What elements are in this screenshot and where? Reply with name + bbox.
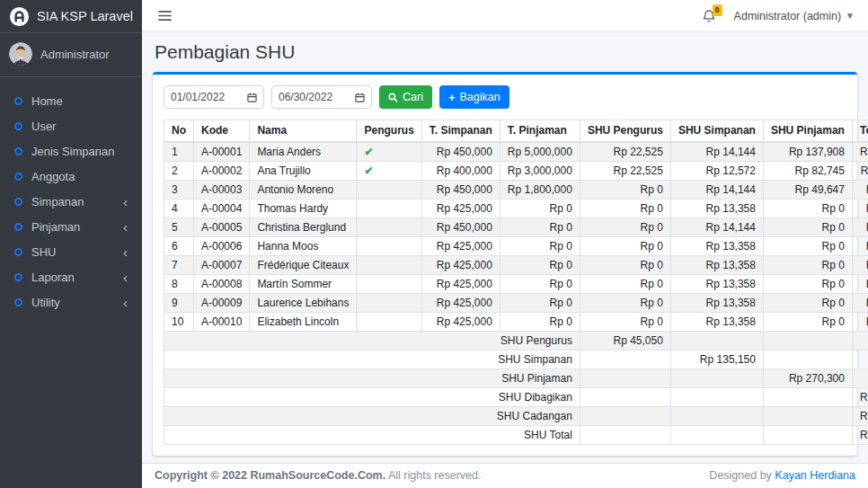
search-icon: [388, 93, 398, 102]
sidebar-item-label: Utility: [31, 296, 60, 309]
shu-simpanan-cell: Rp 14,144: [670, 142, 763, 162]
brand-link[interactable]: SIA KSP Laravel: [0, 0, 142, 33]
nama-cell: Frédérique Citeaux: [250, 256, 357, 275]
col-header-kode: Kode: [194, 120, 250, 143]
shu-simpanan-cell: Rp 12,572: [670, 162, 763, 181]
table-row: 8A-00008Martín SommerRp 425,000Rp 0Rp 0R…: [164, 275, 868, 294]
navbar-right: 0 Administrator (admin) ▼: [702, 9, 855, 23]
total-cell: Rp 13,358: [852, 294, 868, 313]
sidebar-item-utility[interactable]: Utility‹: [7, 291, 135, 314]
t-pinjaman-cell: Rp 5,000,000: [500, 142, 580, 162]
t-simpanan-cell: Rp 450,000: [421, 218, 500, 237]
empty-cell: [852, 332, 868, 350]
col-header-total: Total: [852, 120, 868, 143]
calendar-icon: [247, 93, 257, 102]
nama-cell: Martín Sommer: [250, 275, 357, 294]
nama-cell: Antonio Moreno: [250, 181, 357, 200]
sidebar-item-laporan[interactable]: Laporan‹: [7, 266, 135, 288]
summary-label: SHU Pinjaman: [164, 369, 580, 388]
plus-icon: +: [448, 92, 456, 103]
sidebar-item-label: SHU: [31, 245, 56, 259]
sidebar-item-pinjaman[interactable]: Pinjaman‹: [7, 216, 135, 238]
content: Pembagian SHU 01/01/2022 06/30/2022: [142, 32, 868, 463]
t-simpanan-cell: Rp 400,000: [421, 162, 500, 181]
brand-logo-icon: [9, 6, 30, 27]
kode-cell: A-00001: [194, 142, 250, 162]
nama-cell: Maria Anders: [250, 142, 357, 162]
pengurus-cell: ✔: [357, 162, 421, 181]
no-cell: 10: [164, 313, 194, 332]
shu-pinjaman-cell: Rp 0: [763, 256, 852, 275]
summary-row: SHU PinjamanRp 270,300: [164, 369, 868, 388]
total-cell: Rp 13,358: [852, 275, 868, 294]
shu-pinjaman-cell: Rp 0: [763, 237, 852, 256]
shu-pengurus-cell: Rp 0: [580, 256, 670, 275]
col-header-no: No: [164, 120, 194, 143]
avatar: [9, 42, 32, 66]
t-pinjaman-cell: Rp 1,800,000: [500, 181, 580, 200]
t-pinjaman-cell: Rp 0: [500, 200, 580, 218]
sidebar-item-shu[interactable]: SHU‹: [7, 241, 135, 263]
total-cell: Rp 117,842: [852, 162, 868, 181]
shu-pinjaman-cell: Rp 0: [763, 313, 852, 332]
table-row: 4A-00004Thomas HardyRp 425,000Rp 0Rp 0Rp…: [164, 200, 868, 218]
col-header-shu-pinjaman: SHU Pinjaman: [763, 120, 852, 143]
shu-pengurus-cell: Rp 0: [580, 313, 670, 332]
pengurus-cell: ✔: [357, 142, 421, 162]
share-button[interactable]: + Bagikan: [439, 85, 509, 109]
menu-toggle-icon[interactable]: [155, 7, 174, 24]
shu-pengurus-cell: Rp 0: [580, 218, 670, 237]
table-row: 2A-00002Ana Trujillo✔Rp 400,000Rp 3,000,…: [164, 162, 868, 181]
t-simpanan-cell: Rp 450,000: [421, 142, 500, 162]
nama-cell: Laurence Lebihans: [250, 294, 357, 313]
circle-icon: [14, 147, 22, 155]
t-pinjaman-cell: Rp 0: [500, 237, 580, 256]
caret-down-icon: ▼: [846, 11, 855, 21]
sidebar-item-jenis-simpanan[interactable]: Jenis Simpanan: [7, 140, 135, 163]
kode-cell: A-00004: [194, 200, 250, 218]
t-pinjaman-cell: Rp 0: [500, 294, 580, 313]
sidebar-item-label: Simpanan: [31, 195, 84, 209]
empty-cell: [670, 332, 763, 350]
no-cell: 6: [164, 237, 194, 256]
notification-badge: 0: [713, 4, 722, 16]
col-header-shu-pengurus: SHU Pengurus: [580, 120, 670, 143]
no-cell: 8: [164, 275, 194, 294]
kode-cell: A-00002: [194, 162, 250, 181]
chevron-left-icon: ‹: [123, 198, 128, 206]
pengurus-cell: [357, 256, 421, 275]
sidebar-item-simpanan[interactable]: Simpanan‹: [7, 191, 135, 213]
summary-label: SHU Simpanan: [164, 350, 580, 369]
summary-row: SHU PengurusRp 45,050: [164, 332, 868, 350]
shu-pengurus-cell: Rp 22,525: [580, 142, 670, 162]
sidebar-item-user[interactable]: User: [7, 115, 135, 138]
user-dropdown[interactable]: Administrator (admin) ▼: [734, 10, 855, 22]
pengurus-cell: [357, 294, 421, 313]
sidebar-item-anggota[interactable]: Anggota: [7, 165, 135, 188]
pengurus-cell: [357, 237, 421, 256]
search-button[interactable]: Cari: [379, 85, 432, 109]
pengurus-cell: [357, 275, 421, 294]
t-simpanan-cell: Rp 425,000: [421, 275, 500, 294]
summary-label: SHU Total: [164, 426, 580, 445]
check-icon: ✔: [364, 146, 373, 158]
no-cell: 9: [164, 294, 194, 313]
empty-cell: [763, 388, 852, 407]
notifications-button[interactable]: 0: [702, 9, 716, 23]
date-from-input[interactable]: 01/01/2022: [164, 85, 264, 109]
sidebar-item-home[interactable]: Home: [7, 90, 135, 112]
empty-cell: [852, 369, 868, 388]
summary-value: Rp 450,500: [852, 407, 868, 426]
empty-cell: [580, 407, 670, 426]
date-to-input[interactable]: 06/30/2022: [271, 85, 372, 109]
shu-pengurus-cell: Rp 22,525: [580, 162, 670, 181]
circle-icon: [14, 97, 22, 105]
shu-pinjaman-cell: Rp 0: [763, 275, 852, 294]
empty-cell: [670, 388, 763, 407]
sidebar-user-panel[interactable]: Administrator: [0, 33, 142, 77]
designer-link[interactable]: Kayan Herdiana: [775, 469, 855, 482]
sidebar-item-label: Laporan: [31, 271, 75, 284]
shu-pengurus-cell: Rp 0: [580, 237, 670, 256]
shu-simpanan-cell: Rp 13,358: [670, 313, 763, 332]
kode-cell: A-00007: [194, 256, 250, 275]
